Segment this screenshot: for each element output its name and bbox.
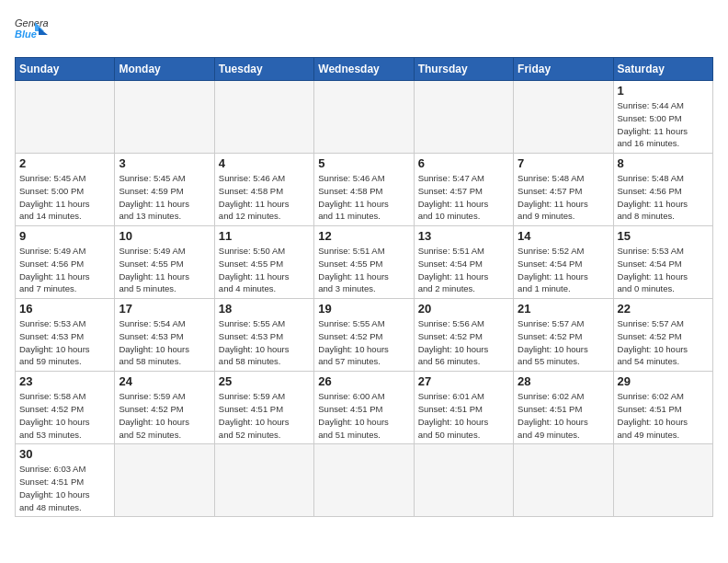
day-cell: 18Sunrise: 5:55 AM Sunset: 4:53 PM Dayli…: [214, 299, 313, 372]
day-cell: [16, 81, 115, 154]
day-number: 16: [19, 302, 110, 316]
day-cell: 29Sunrise: 6:02 AM Sunset: 4:51 PM Dayli…: [613, 372, 712, 444]
day-header-wednesday: Wednesday: [314, 58, 414, 81]
day-number: 24: [119, 374, 210, 388]
day-cell: 15Sunrise: 5:53 AM Sunset: 4:54 PM Dayli…: [613, 226, 712, 299]
day-info: Sunrise: 5:50 AM Sunset: 4:55 PM Dayligh…: [219, 245, 310, 295]
day-cell: 30Sunrise: 6:03 AM Sunset: 4:51 PM Dayli…: [16, 444, 115, 517]
day-cell: 21Sunrise: 5:57 AM Sunset: 4:52 PM Dayli…: [514, 299, 613, 372]
day-cell: 19Sunrise: 5:55 AM Sunset: 4:52 PM Dayli…: [314, 299, 414, 372]
day-number: 8: [618, 156, 709, 170]
day-info: Sunrise: 5:47 AM Sunset: 4:57 PM Dayligh…: [418, 172, 509, 223]
day-header-sunday: Sunday: [16, 58, 115, 81]
day-header-tuesday: Tuesday: [214, 58, 313, 81]
svg-text:Blue: Blue: [15, 29, 37, 40]
day-cell: 16Sunrise: 5:53 AM Sunset: 4:53 PM Dayli…: [16, 299, 115, 372]
day-number: 22: [618, 302, 709, 316]
day-info: Sunrise: 5:49 AM Sunset: 4:56 PM Dayligh…: [19, 245, 110, 295]
day-cell: [214, 444, 313, 517]
day-number: 12: [318, 229, 409, 243]
day-number: 1: [618, 84, 709, 98]
day-number: 6: [418, 156, 509, 170]
day-number: 7: [518, 156, 609, 170]
day-number: 25: [219, 374, 310, 388]
day-cell: 25Sunrise: 5:59 AM Sunset: 4:51 PM Dayli…: [214, 372, 313, 444]
day-number: 4: [219, 156, 310, 170]
day-info: Sunrise: 5:51 AM Sunset: 4:54 PM Dayligh…: [418, 245, 509, 295]
day-number: 14: [518, 229, 609, 243]
day-cell: 28Sunrise: 6:02 AM Sunset: 4:51 PM Dayli…: [514, 372, 613, 444]
day-info: Sunrise: 5:59 AM Sunset: 4:51 PM Dayligh…: [219, 390, 310, 441]
logo: General Blue: [15, 15, 48, 48]
day-cell: 27Sunrise: 6:01 AM Sunset: 4:51 PM Dayli…: [414, 372, 513, 444]
day-info: Sunrise: 6:01 AM Sunset: 4:51 PM Dayligh…: [418, 390, 509, 441]
day-cell: 7Sunrise: 5:48 AM Sunset: 4:57 PM Daylig…: [514, 154, 613, 226]
day-number: 10: [119, 229, 210, 243]
day-number: 13: [418, 229, 509, 243]
day-cell: [115, 444, 214, 517]
day-header-saturday: Saturday: [613, 58, 712, 81]
day-info: Sunrise: 5:49 AM Sunset: 4:55 PM Dayligh…: [119, 245, 210, 295]
week-row-4: 16Sunrise: 5:53 AM Sunset: 4:53 PM Dayli…: [16, 299, 713, 372]
day-number: 29: [618, 374, 709, 388]
day-number: 5: [318, 156, 409, 170]
day-cell: 22Sunrise: 5:57 AM Sunset: 4:52 PM Dayli…: [613, 299, 712, 372]
day-info: Sunrise: 5:52 AM Sunset: 4:54 PM Dayligh…: [518, 245, 609, 295]
day-info: Sunrise: 5:55 AM Sunset: 4:52 PM Dayligh…: [318, 317, 409, 368]
svg-text:General: General: [15, 17, 48, 29]
day-info: Sunrise: 5:46 AM Sunset: 4:58 PM Dayligh…: [318, 172, 409, 223]
day-cell: [514, 444, 613, 517]
day-info: Sunrise: 5:51 AM Sunset: 4:55 PM Dayligh…: [318, 245, 409, 295]
day-cell: 24Sunrise: 5:59 AM Sunset: 4:52 PM Dayli…: [115, 372, 214, 444]
day-cell: [314, 81, 414, 154]
day-number: 30: [19, 447, 110, 461]
day-cell: [514, 81, 613, 154]
day-info: Sunrise: 5:45 AM Sunset: 5:00 PM Dayligh…: [19, 172, 110, 223]
day-cell: 2Sunrise: 5:45 AM Sunset: 5:00 PM Daylig…: [16, 154, 115, 226]
day-info: Sunrise: 5:57 AM Sunset: 4:52 PM Dayligh…: [518, 317, 609, 368]
day-cell: [214, 81, 313, 154]
day-number: 26: [318, 374, 409, 388]
day-number: 2: [19, 156, 110, 170]
day-number: 15: [618, 229, 709, 243]
day-header-monday: Monday: [115, 58, 214, 81]
day-info: Sunrise: 5:53 AM Sunset: 4:53 PM Dayligh…: [19, 317, 110, 368]
day-cell: 8Sunrise: 5:48 AM Sunset: 4:56 PM Daylig…: [613, 154, 712, 226]
day-cell: 6Sunrise: 5:47 AM Sunset: 4:57 PM Daylig…: [414, 154, 513, 226]
day-info: Sunrise: 5:44 AM Sunset: 5:00 PM Dayligh…: [618, 99, 709, 150]
day-info: Sunrise: 5:59 AM Sunset: 4:52 PM Dayligh…: [119, 390, 210, 441]
day-info: Sunrise: 6:02 AM Sunset: 4:51 PM Dayligh…: [518, 390, 609, 441]
day-header-friday: Friday: [514, 58, 613, 81]
day-cell: 13Sunrise: 5:51 AM Sunset: 4:54 PM Dayli…: [414, 226, 513, 299]
day-cell: 14Sunrise: 5:52 AM Sunset: 4:54 PM Dayli…: [514, 226, 613, 299]
calendar-table: SundayMondayTuesdayWednesdayThursdayFrid…: [15, 57, 713, 517]
week-row-6: 30Sunrise: 6:03 AM Sunset: 4:51 PM Dayli…: [16, 444, 713, 517]
day-info: Sunrise: 5:53 AM Sunset: 4:54 PM Dayligh…: [618, 245, 709, 295]
day-info: Sunrise: 5:45 AM Sunset: 4:59 PM Dayligh…: [119, 172, 210, 223]
day-cell: 10Sunrise: 5:49 AM Sunset: 4:55 PM Dayli…: [115, 226, 214, 299]
svg-marker-3: [39, 28, 48, 35]
day-cell: 20Sunrise: 5:56 AM Sunset: 4:52 PM Dayli…: [414, 299, 513, 372]
day-info: Sunrise: 6:03 AM Sunset: 4:51 PM Dayligh…: [19, 463, 110, 513]
day-cell: [115, 81, 214, 154]
day-cell: 4Sunrise: 5:46 AM Sunset: 4:58 PM Daylig…: [214, 154, 313, 226]
day-number: 3: [119, 156, 210, 170]
day-number: 21: [518, 302, 609, 316]
logo-svg: General Blue: [15, 15, 48, 48]
day-number: 17: [119, 302, 210, 316]
day-info: Sunrise: 5:46 AM Sunset: 4:58 PM Dayligh…: [219, 172, 310, 223]
day-number: 28: [518, 374, 609, 388]
day-cell: [414, 81, 513, 154]
day-cell: [414, 444, 513, 517]
day-cell: 17Sunrise: 5:54 AM Sunset: 4:53 PM Dayli…: [115, 299, 214, 372]
day-info: Sunrise: 5:57 AM Sunset: 4:52 PM Dayligh…: [618, 317, 709, 368]
page-header: General Blue: [15, 15, 713, 48]
day-info: Sunrise: 5:58 AM Sunset: 4:52 PM Dayligh…: [19, 390, 110, 441]
day-number: 19: [318, 302, 409, 316]
day-info: Sunrise: 5:48 AM Sunset: 4:57 PM Dayligh…: [518, 172, 609, 223]
day-cell: 11Sunrise: 5:50 AM Sunset: 4:55 PM Dayli…: [214, 226, 313, 299]
week-row-2: 2Sunrise: 5:45 AM Sunset: 5:00 PM Daylig…: [16, 154, 713, 226]
day-cell: 3Sunrise: 5:45 AM Sunset: 4:59 PM Daylig…: [115, 154, 214, 226]
day-header-thursday: Thursday: [414, 58, 513, 81]
day-number: 18: [219, 302, 310, 316]
